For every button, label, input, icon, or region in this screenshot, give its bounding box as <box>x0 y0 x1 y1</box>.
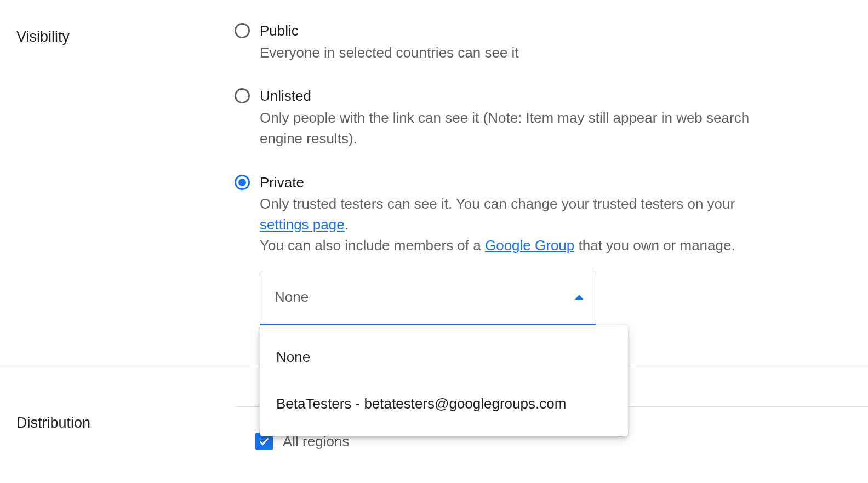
distribution-section: Distribution <box>16 408 235 432</box>
group-select[interactable]: None <box>260 271 596 325</box>
chevron-up-icon <box>575 295 584 300</box>
radio-title-unlisted: Unlisted <box>260 87 786 106</box>
private-desc2-post: that you own or manage. <box>574 237 735 254</box>
settings-page-link[interactable]: settings page <box>260 216 345 233</box>
visibility-option-private[interactable]: Private Only trusted testers can see it.… <box>235 174 786 256</box>
visibility-option-unlisted[interactable]: Unlisted Only people with the link can s… <box>235 87 786 149</box>
radio-desc-private: Only trusted testers can see it. You can… <box>260 194 786 256</box>
distribution-label: Distribution <box>16 408 235 432</box>
dropdown-item-none[interactable]: None <box>260 334 628 381</box>
radio-icon[interactable] <box>235 23 250 38</box>
google-group-link[interactable]: Google Group <box>485 237 574 254</box>
private-desc-post: . <box>345 216 349 233</box>
radio-desc-unlisted: Only people with the link can see it (No… <box>260 108 786 149</box>
private-desc2-pre: You can also include members of a <box>260 237 485 254</box>
visibility-section: Visibility Public Everyone in selected c… <box>0 0 868 325</box>
radio-text: Private Only trusted testers can see it.… <box>260 174 786 256</box>
group-select-wrapper: None None BetaTesters - betatesters@goog… <box>260 271 596 325</box>
radio-icon[interactable] <box>235 88 250 104</box>
radio-text: Unlisted Only people with the link can s… <box>260 87 786 149</box>
group-select-value: None <box>275 289 309 306</box>
dropdown-item-betatesters[interactable]: BetaTesters - betatesters@googlegroups.c… <box>260 381 628 428</box>
checkmark-icon <box>258 435 270 447</box>
visibility-option-public[interactable]: Public Everyone in selected countries ca… <box>235 22 786 63</box>
radio-text: Public Everyone in selected countries ca… <box>260 22 786 63</box>
private-desc-pre: Only trusted testers can see it. You can… <box>260 196 735 212</box>
radio-title-public: Public <box>260 22 786 41</box>
group-select-dropdown: None BetaTesters - betatesters@googlegro… <box>260 325 628 437</box>
radio-icon-selected[interactable] <box>235 175 250 190</box>
radio-desc-public: Everyone in selected countries can see i… <box>260 43 786 64</box>
visibility-label: Visibility <box>16 22 235 325</box>
radio-title-private: Private <box>260 174 786 192</box>
visibility-content: Public Everyone in selected countries ca… <box>235 22 852 325</box>
